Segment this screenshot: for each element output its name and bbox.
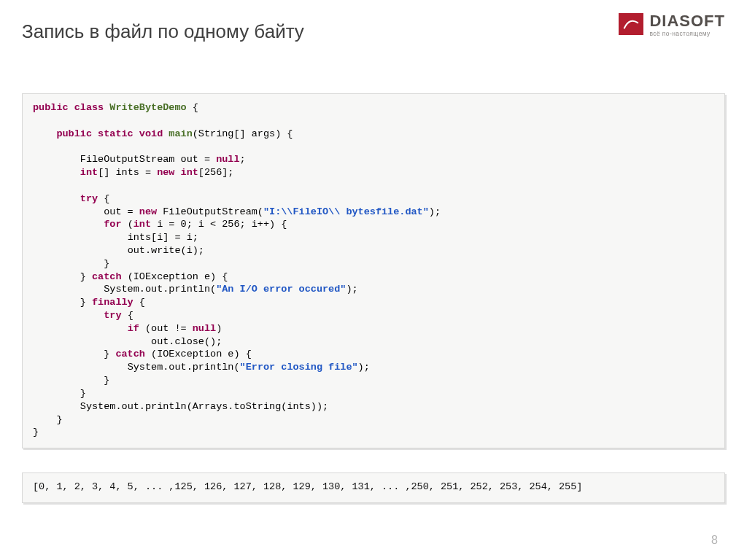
logo-brand-text: DIASOFT xyxy=(649,13,725,29)
page-number: 8 xyxy=(711,534,718,547)
brand-logo: DIASOFT всё по-настоящему xyxy=(619,13,725,37)
output-block: [0, 1, 2, 3, 4, 5, ... ,125, 126, 127, 1… xyxy=(22,472,725,503)
logo-tagline: всё по-настоящему xyxy=(649,31,725,37)
logo-badge-icon xyxy=(619,13,643,35)
code-block: public class WriteByteDemo { public stat… xyxy=(22,93,725,448)
slide-title: Запись в файл по одному байту xyxy=(22,20,304,43)
